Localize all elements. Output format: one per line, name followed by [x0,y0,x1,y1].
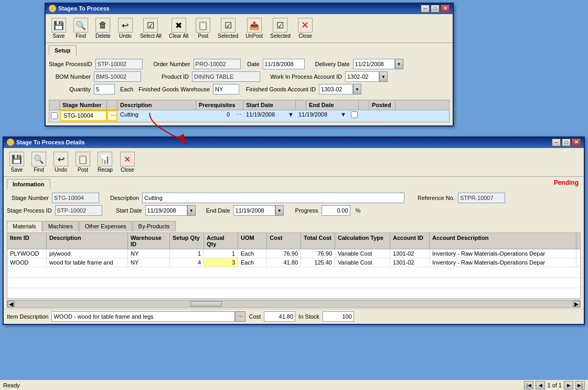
table-row[interactable]: STG-10004 ⋯ Cutting 0 ⋯ 11/19/2008 ▼ 11/… [49,110,449,122]
save-icon: 💾 [51,18,66,33]
w2-stage-process-id-label: Stage Process ID [7,207,52,214]
window2-tab-strip: Information [4,177,55,189]
clear-all-button[interactable]: ✖ Clear All [166,16,191,40]
nav-first-btn[interactable]: |◀ [524,381,533,389]
actual-qty-cell[interactable]: 3 [204,258,238,267]
undo-label: Undo [119,33,132,39]
horizontal-scrollbar[interactable]: ◀ ▶ [7,300,581,308]
scroll-left-btn[interactable]: ◀ [7,301,15,307]
save-label: Save [53,33,65,39]
stage-process-id-input[interactable] [95,59,143,69]
in-stock-input[interactable] [323,311,354,322]
fg-warehouse-input[interactable] [213,84,239,94]
w2-post-button[interactable]: 📋 Post [73,150,93,174]
selected-button[interactable]: ☑ Selected [215,16,241,40]
col-description: Description [117,100,196,110]
stage-details-window: Stage To Process Details ─ □ ✕ 💾 Save 🔍 … [3,136,585,325]
w2-percent-label: % [354,207,363,214]
close-button[interactable]: ✕ Close [295,16,315,40]
window2-maximize-btn[interactable]: □ [562,139,571,146]
w2-stage-number-input[interactable] [52,193,99,203]
delivery-date-input[interactable] [353,59,395,69]
nav-next-btn[interactable]: ▶ [564,381,573,389]
window1-controls: ─ □ ✕ [421,5,450,13]
find-button[interactable]: 🔍 Find [71,16,91,40]
w2-start-date-dropdown[interactable]: ▼ [187,205,196,216]
w2-save-button[interactable]: 💾 Save [7,150,27,174]
fg-account-dropdown[interactable]: ▼ [353,84,361,94]
nav-last-btn[interactable]: ▶| [575,381,585,389]
w2-post-icon: 📋 [76,152,90,166]
table-row-empty [7,278,580,288]
w2-find-button[interactable]: 🔍 Find [29,150,49,174]
table-row-empty [7,267,580,278]
materials-grid-container: Item ID Description Warehouse ID Setup Q… [4,231,584,299]
table-row[interactable]: PLYWOOD plywood NY 1 1 Each 76.90 76.90 … [7,249,580,258]
machines-tab[interactable]: Machines [42,221,79,231]
delivery-date-label: Delivery Date [308,61,350,67]
product-id-input[interactable] [192,71,260,82]
stage-process-id-label: Stage ProcessID [49,61,92,67]
select-all-button[interactable]: ☑ Select All [137,16,164,40]
window2-controls: ─ □ ✕ [552,139,581,146]
scroll-thumb[interactable] [190,301,222,307]
window2-close-btn[interactable]: ✕ [572,139,581,146]
bom-number-input[interactable] [94,71,141,82]
materials-tab[interactable]: Materials [7,221,42,231]
quantity-input[interactable] [94,84,115,94]
w2-stage-number-label: Stage Number [7,195,49,201]
calc-type-cell: Variable Cost [335,249,390,258]
cost-input[interactable] [264,311,295,322]
end-date-dropdown[interactable]: ▼ [338,110,348,121]
window1-close-btn[interactable]: ✕ [441,5,450,13]
w2-stage-process-id-input[interactable] [55,205,102,216]
wip-account-input[interactable] [345,71,379,82]
col-item-id: Item ID [7,233,47,249]
information-tab[interactable]: Information [7,179,50,189]
order-number-label: Order Number [146,61,190,67]
item-desc-input[interactable] [51,311,235,322]
status-text: Ready [3,382,20,388]
unpost-button[interactable]: 📤 UnPost [243,16,265,40]
by-products-tab[interactable]: By-Products [133,221,176,231]
undo-button[interactable]: ↩ Undo [115,16,135,40]
w2-description-input[interactable] [142,193,404,203]
fg-account-input[interactable] [319,84,353,94]
window2-minimize-btn[interactable]: ─ [552,139,561,146]
table-row[interactable]: WOOD wood for table frame and NY 4 3 Eac… [7,258,580,267]
order-number-input[interactable] [194,59,241,69]
setup-qty-cell: 4 [170,258,204,267]
w2-undo-button[interactable]: ↩ Undo [51,150,71,174]
w2-start-date-input[interactable] [145,205,187,216]
setup-tab[interactable]: Setup [49,45,77,56]
edit-cell[interactable]: ⋯ [107,110,117,121]
other-expenses-tab[interactable]: Other Expenses [79,221,132,231]
w2-close-button[interactable]: ✕ Close [117,150,137,174]
scrollbar-container: ◀ ▶ [4,299,584,309]
date-input[interactable] [263,59,305,69]
post-button[interactable]: 📋 Post [193,16,213,40]
nav-prev-btn[interactable]: ◀ [536,381,545,389]
row-checkbox[interactable] [51,112,58,119]
w2-end-date-dropdown[interactable]: ▼ [275,205,284,216]
col-setup-qty: Setup Qty [170,233,204,249]
w2-end-date-input[interactable] [233,205,275,216]
item-desc-bar: Item Description ⋯ Cost In Stock [4,309,584,324]
save-button[interactable]: 💾 Save [49,16,69,40]
w2-recap-button[interactable]: 📊 Recap [95,150,115,174]
scroll-right-btn[interactable]: ▶ [573,301,580,307]
window1-minimize-btn[interactable]: ─ [421,5,430,13]
wip-account-dropdown[interactable]: ▼ [379,71,388,82]
posted-checkbox[interactable] [351,111,358,118]
window1-maximize-btn[interactable]: □ [431,5,440,13]
start-date-dropdown[interactable]: ▼ [285,110,296,121]
selected2-button[interactable]: ☑ Selected [268,16,293,40]
delete-button[interactable]: 🗑 Delete [93,16,113,40]
w2-undo-label: Undo [55,167,67,173]
w2-progress-input[interactable] [322,205,350,216]
w2-reference-no-input[interactable] [458,193,505,203]
uom-cell: Each [238,258,267,267]
prereq-arrow[interactable]: ⋯ [233,110,243,121]
delivery-date-dropdown[interactable]: ▼ [395,59,403,69]
item-desc-browse-btn[interactable]: ⋯ [235,311,245,322]
